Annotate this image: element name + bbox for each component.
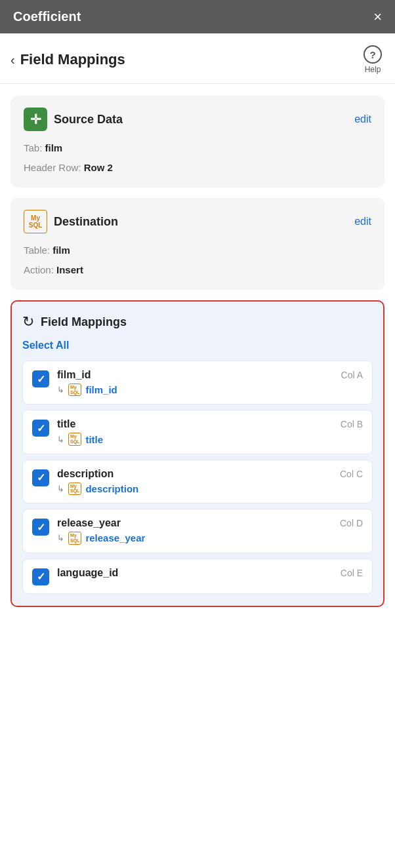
mapping-sub: ↳ MySQL description — [57, 483, 363, 495]
destination-table-value: film — [52, 245, 70, 256]
source-card-title: Source Data — [54, 113, 123, 127]
help-label: Help — [365, 65, 381, 74]
sync-icon: ↻ — [22, 313, 34, 330]
mapping-row: ✓ film_id Col A ↳ MySQL film_id — [22, 361, 373, 404]
mapping-sub: ↳ MySQL film_id — [57, 384, 363, 396]
arrow-icon: ↳ — [57, 435, 64, 444]
arrow-icon: ↳ — [57, 385, 64, 395]
source-edit-button[interactable]: edit — [354, 113, 371, 125]
field-checkbox-language-id[interactable]: ✓ — [32, 568, 49, 585]
back-button[interactable]: ‹ — [10, 52, 15, 68]
nav-left: ‹ Field Mappings — [10, 51, 125, 68]
field-name: title — [57, 418, 75, 430]
col-label: Col D — [340, 518, 363, 528]
mapping-list: ✓ film_id Col A ↳ MySQL film_id — [22, 361, 373, 594]
mapping-row: ✓ release_year Col D ↳ MySQL release_yea… — [22, 509, 373, 553]
source-header-row-value: Row 2 — [84, 162, 113, 173]
field-name: release_year — [57, 517, 121, 529]
field-name: language_id — [57, 567, 118, 579]
checkmark-icon: ✓ — [37, 471, 45, 484]
mapping-content-language-id: language_id Col E — [57, 567, 363, 579]
mapping-content-film-id: film_id Col A ↳ MySQL film_id — [57, 369, 363, 396]
mysql-small-icon: MySQL — [68, 433, 81, 445]
mapping-top: film_id Col A — [57, 369, 363, 381]
col-label: Col C — [340, 469, 363, 479]
destination-card-header: MySQL Destination edit — [24, 210, 371, 233]
destination-table-row: Table: film — [24, 243, 371, 258]
mapping-top: release_year Col D — [57, 517, 363, 529]
field-checkbox-description[interactable]: ✓ — [32, 469, 49, 486]
mysql-small-icon: MySQL — [68, 384, 81, 396]
source-icon: ✛ — [24, 108, 47, 131]
field-mappings-card: ↻ Field Mappings Select All ✓ film_id Co… — [10, 300, 385, 607]
checkmark-icon: ✓ — [37, 373, 45, 385]
mysql-small-icon: MySQL — [68, 532, 81, 544]
checkmark-icon: ✓ — [37, 570, 45, 583]
source-tab-row: Tab: film — [24, 140, 371, 156]
field-name: film_id — [57, 369, 91, 381]
checkmark-icon: ✓ — [37, 422, 45, 435]
field-checkbox-release-year[interactable]: ✓ — [32, 519, 49, 536]
source-header-row: Header Row: Row 2 — [24, 160, 371, 176]
field-checkbox-film-id[interactable]: ✓ — [32, 370, 49, 387]
page-title: Field Mappings — [20, 51, 125, 68]
field-checkbox-title[interactable]: ✓ — [32, 420, 49, 437]
help-circle-icon: ? — [364, 45, 382, 64]
mapping-row-partial: ✓ language_id Col E — [22, 559, 373, 594]
dest-field: film_id — [85, 384, 117, 395]
mapping-top: language_id Col E — [57, 567, 363, 579]
arrow-icon: ↳ — [57, 533, 64, 543]
dest-field: description — [85, 483, 138, 494]
mapping-top: description Col C — [57, 468, 363, 480]
destination-card: MySQL Destination edit Table: film Actio… — [10, 198, 385, 290]
dest-field: title — [85, 434, 103, 445]
source-tab-value: film — [45, 142, 63, 153]
arrow-icon: ↳ — [57, 484, 64, 494]
mapping-row: ✓ description Col C ↳ MySQL description — [22, 460, 373, 503]
destination-edit-button[interactable]: edit — [354, 216, 371, 227]
app-header: Coefficient × — [0, 0, 395, 33]
col-label: Col E — [341, 568, 363, 578]
field-mappings-title: Field Mappings — [41, 315, 127, 329]
mysql-icon: MySQL — [24, 210, 47, 233]
field-name: description — [57, 468, 114, 480]
source-card-header: ✛ Source Data edit — [24, 108, 371, 131]
mapping-sub: ↳ MySQL release_year — [57, 532, 363, 544]
app-title: Coefficient — [13, 9, 81, 24]
mapping-content-description: description Col C ↳ MySQL description — [57, 468, 363, 495]
mapping-top: title Col B — [57, 418, 363, 430]
close-button[interactable]: × — [373, 10, 382, 24]
select-all-button[interactable]: Select All — [22, 340, 373, 351]
field-mappings-header: ↻ Field Mappings — [22, 313, 373, 330]
destination-action-value: Insert — [56, 264, 83, 275]
checkmark-icon: ✓ — [37, 521, 45, 534]
source-card-header-left: ✛ Source Data — [24, 108, 123, 131]
mapping-content-title: title Col B ↳ MySQL title — [57, 418, 363, 445]
help-button[interactable]: ? Help — [364, 45, 382, 74]
mysql-small-icon: MySQL — [68, 483, 81, 495]
col-label: Col B — [341, 419, 363, 429]
destination-action-row: Action: Insert — [24, 262, 371, 278]
source-data-card: ✛ Source Data edit Tab: film Header Row:… — [10, 96, 385, 187]
col-label: Col A — [341, 370, 363, 380]
destination-card-header-left: MySQL Destination — [24, 210, 118, 233]
nav-bar: ‹ Field Mappings ? Help — [0, 33, 395, 84]
main-content: ✛ Source Data edit Tab: film Header Row:… — [0, 84, 395, 619]
mapping-row: ✓ title Col B ↳ MySQL title — [22, 410, 373, 454]
mapping-sub: ↳ MySQL title — [57, 433, 363, 445]
mapping-content-release-year: release_year Col D ↳ MySQL release_year — [57, 517, 363, 544]
destination-card-title: Destination — [54, 215, 118, 229]
dest-field: release_year — [85, 532, 145, 543]
